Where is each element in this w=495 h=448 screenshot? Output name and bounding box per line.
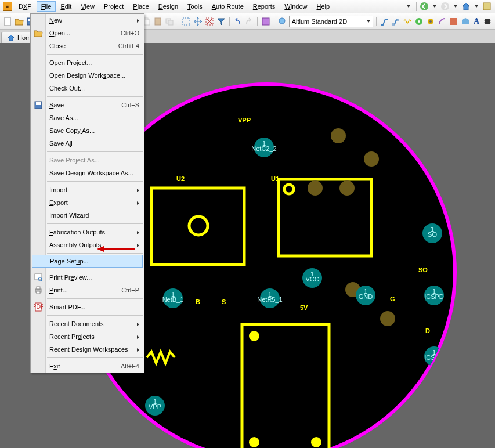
svg-point-36 — [364, 151, 379, 167]
dropdown-icon[interactable] — [451, 2, 460, 11]
string-button[interactable]: A — [472, 15, 481, 28]
layers-button[interactable] — [261, 15, 271, 28]
menu-window[interactable]: Window — [280, 1, 312, 12]
forward-icon — [440, 2, 450, 11]
paste-button[interactable] — [153, 15, 163, 28]
browse-button[interactable] — [277, 15, 288, 28]
menu-item-save-as[interactable]: Save As... — [31, 111, 144, 124]
submenu-arrow-icon — [137, 17, 139, 24]
menu-item-label: Save Copy As... — [49, 127, 139, 134]
menu-item-recent-documents[interactable]: Recent Documents — [31, 317, 144, 330]
menu-item-shortcut: Ctrl+O — [121, 30, 139, 37]
menu-item-save-all[interactable]: Save All — [31, 137, 144, 150]
menu-place[interactable]: Place — [128, 1, 154, 12]
svg-rect-3 — [5, 17, 10, 26]
svg-text:VCC: VCC — [305, 276, 319, 283]
menu-item-open-design-workspace[interactable]: Open Design Workspace... — [31, 69, 144, 82]
route-diff-button[interactable] — [391, 15, 401, 28]
save-icon — [34, 100, 43, 110]
settings-icon[interactable] — [482, 2, 492, 11]
dropdown-icon[interactable] — [404, 2, 413, 11]
menu-item-recent-design-workspaces[interactable]: Recent Design Workspaces — [31, 343, 144, 356]
submenu-arrow-icon — [137, 346, 139, 353]
via-button[interactable] — [425, 15, 436, 28]
menu-item-label: Close — [49, 42, 118, 49]
menu-project[interactable]: Project — [99, 1, 128, 12]
submenu-arrow-icon — [137, 229, 139, 236]
menu-item-save-copy-as[interactable]: Save Copy As... — [31, 124, 144, 137]
menu-help[interactable]: Help — [312, 1, 334, 12]
poly-button[interactable] — [460, 15, 471, 28]
menu-item-label: Open Project... — [49, 59, 139, 66]
menu-item-print-preview[interactable]: Print Preview... — [31, 271, 144, 284]
view-mode-select[interactable]: Altium Standard 2D — [289, 16, 373, 27]
svg-rect-75 — [37, 291, 40, 294]
arc-button[interactable] — [437, 15, 447, 28]
menu-item-import-wizard[interactable]: Import Wizard — [31, 209, 144, 222]
fill-button[interactable] — [449, 15, 459, 28]
silk-5v: 5V — [300, 304, 308, 311]
svg-point-35 — [331, 128, 346, 143]
route-button[interactable] — [379, 15, 389, 28]
menu-item-label: Recent Documents — [49, 320, 139, 327]
pad-button[interactable] — [414, 15, 424, 28]
menu-item-export[interactable]: Export — [31, 196, 144, 209]
svg-point-0 — [420, 2, 428, 10]
new-doc-button[interactable] — [2, 15, 13, 28]
menu-item-label: Recent Design Workspaces — [49, 346, 139, 353]
tune-button[interactable] — [402, 15, 413, 28]
menu-item-open-project[interactable]: Open Project... — [31, 56, 144, 69]
component-button[interactable] — [482, 15, 493, 28]
redo-button[interactable] — [244, 15, 254, 28]
menu-item-page-setup[interactable]: Page Setup... — [32, 255, 143, 268]
svg-point-38 — [339, 180, 355, 196]
move-button[interactable] — [193, 15, 203, 28]
menu-view[interactable]: View — [76, 1, 99, 12]
submenu-arrow-icon — [137, 199, 139, 206]
menu-item-shortcut: Ctrl+P — [121, 287, 139, 294]
menu-design[interactable]: Design — [154, 1, 183, 12]
dropdown-icon[interactable] — [430, 2, 439, 11]
svg-text:GND: GND — [359, 293, 373, 300]
menu-item-smart-pdf[interactable]: PDFSmart PDF... — [31, 301, 144, 313]
menu-dxp[interactable]: DXP — [14, 1, 37, 12]
dropdown-icon[interactable] — [472, 2, 481, 11]
filter-button[interactable] — [216, 15, 226, 28]
menu-item-save-design-workspace-as[interactable]: Save Design Workspace As... — [31, 167, 144, 179]
open-button[interactable] — [14, 15, 24, 28]
menu-item-recent-projects[interactable]: Recent Projects — [31, 330, 144, 343]
silk-s: S — [222, 298, 226, 305]
menubar: ■ DXP File Edit View Project Place Desig… — [0, 0, 495, 13]
menu-item-save[interactable]: SaveCtrl+S — [31, 99, 144, 111]
back-icon[interactable] — [420, 2, 429, 11]
menu-item-exit[interactable]: ExitAlt+F4 — [31, 360, 144, 373]
undo-button[interactable] — [232, 15, 243, 28]
preview-icon — [34, 273, 43, 282]
menu-reports[interactable]: Reports — [248, 1, 280, 12]
home-icon[interactable] — [461, 2, 471, 11]
menu-item-close[interactable]: CloseCtrl+F4 — [31, 39, 144, 52]
menu-file[interactable]: File — [37, 1, 56, 12]
svg-rect-69 — [36, 102, 41, 105]
pad-so: 1SO — [422, 223, 442, 243]
menubar-right-tools — [404, 2, 494, 11]
menu-edit[interactable]: Edit — [56, 1, 76, 12]
menu-item-fabrication-outputs[interactable]: Fabrication Outputs — [31, 226, 144, 239]
submenu-arrow-icon — [137, 333, 139, 340]
menu-item-label: Open Design Workspace... — [49, 72, 139, 79]
svg-point-1 — [441, 2, 449, 10]
menu-item-label: Import — [49, 186, 139, 193]
menu-item-assembly-outputs[interactable]: Assembly Outputs — [31, 239, 144, 251]
select-button[interactable] — [181, 15, 192, 28]
menu-item-print[interactable]: Print...Ctrl+P — [31, 284, 144, 297]
menu-item-label: New — [49, 17, 139, 24]
deselect-button[interactable] — [204, 15, 215, 28]
menu-tools[interactable]: Tools — [183, 1, 207, 12]
menu-item-label: Print Preview... — [49, 274, 139, 281]
stack-button[interactable] — [164, 15, 175, 28]
menu-item-check-out[interactable]: Check Out... — [31, 82, 144, 95]
menu-item-new[interactable]: New — [31, 14, 144, 27]
menu-autoroute[interactable]: Auto Route — [207, 1, 248, 12]
menu-item-open[interactable]: Open...Ctrl+O — [31, 27, 144, 39]
menu-item-import[interactable]: Import — [31, 183, 144, 196]
